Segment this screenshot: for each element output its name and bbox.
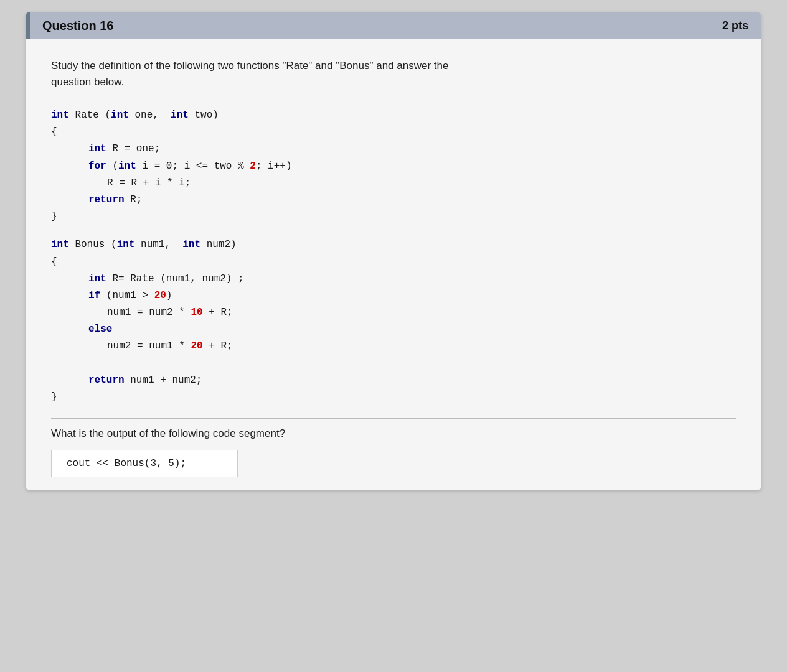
rate-line2: for (int i = 0; i <= two % 2; i++)	[88, 158, 736, 175]
bonus-line1: int R= Rate (num1, num2) ;	[88, 271, 736, 287]
question-body: Study the definition of the following tw…	[26, 39, 761, 490]
bonus-line3: num1 = num2 * 10 + R;	[107, 304, 736, 321]
rate-function: int Rate (int one, int two) { int R = on…	[51, 107, 736, 225]
bonus-num3: 20	[191, 340, 202, 352]
rate-return-kw: int	[51, 110, 69, 121]
bonus-function: int Bonus (int num1, int num2) { int R= …	[51, 236, 736, 406]
bonus-line2: if (num1 > 20)	[88, 287, 736, 304]
rate-param1-kw: int	[111, 110, 129, 121]
description-line2: question below.	[51, 74, 736, 90]
question-points: 2 pts	[722, 19, 748, 32]
rate-num1: 2	[250, 161, 256, 172]
bonus-return-kw2: return	[88, 375, 125, 386]
bonus-open-brace: {	[51, 254, 736, 271]
code-segment-box: cout << Bonus(3, 5);	[51, 450, 238, 477]
rate-signature: int Rate (int one, int two)	[51, 107, 736, 124]
rate-for-kw: for	[88, 161, 106, 172]
rate-open-brace: {	[51, 124, 736, 141]
rate-int-kw2: int	[118, 161, 136, 172]
output-question: What is the output of the following code…	[51, 427, 736, 440]
rate-line3: R = R + i * i;	[107, 175, 736, 192]
question-title: Question 16	[42, 19, 113, 33]
bonus-num1: 20	[154, 290, 166, 301]
code-segment-text: cout << Bonus(3, 5);	[67, 458, 186, 469]
bonus-int-kw1: int	[88, 273, 106, 284]
question-header: Question 16 2 pts	[26, 12, 761, 39]
bonus-return-kw: int	[51, 239, 69, 250]
rate-int-kw1: int	[88, 143, 106, 154]
bonus-signature: int Bonus (int num1, int num2)	[51, 236, 736, 253]
bonus-line4: num2 = num1 * 20 + R;	[107, 338, 736, 355]
section-divider	[51, 418, 736, 419]
bonus-if-kw: if	[88, 290, 100, 301]
bonus-param2-kw: int	[182, 239, 200, 250]
bonus-param1-kw: int	[117, 239, 135, 250]
rate-line4: return R;	[88, 192, 736, 208]
bonus-else-kw: else	[88, 321, 736, 338]
question-description: Study the definition of the following tw…	[51, 58, 736, 90]
question-card: Question 16 2 pts Study the definition o…	[26, 12, 761, 490]
description-line1: Study the definition of the following tw…	[51, 58, 736, 74]
rate-close-brace: }	[51, 208, 736, 225]
rate-line1: int R = one;	[88, 141, 736, 157]
bonus-else-label: else	[88, 324, 112, 335]
rate-param2-kw: int	[171, 110, 189, 121]
bonus-num2: 10	[191, 307, 202, 318]
bonus-line5: return num1 + num2;	[88, 372, 736, 389]
rate-return-kw2: return	[88, 194, 125, 205]
bonus-close-brace: }	[51, 389, 736, 406]
